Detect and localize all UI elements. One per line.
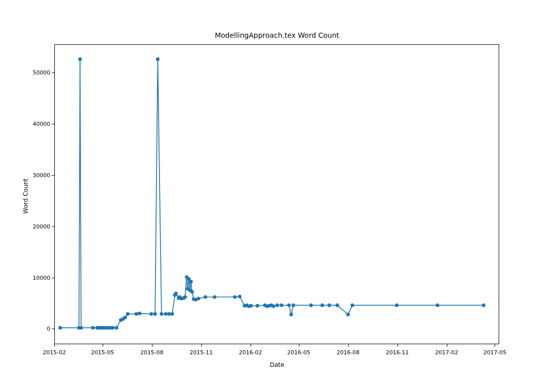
y-tick-label: 0 — [47, 326, 50, 332]
data-point — [134, 312, 138, 316]
data-point — [291, 303, 295, 307]
data-point — [280, 303, 283, 307]
data-point — [395, 303, 399, 307]
data-point — [249, 304, 253, 307]
y-tick-label: 50000 — [33, 69, 50, 76]
y-tick-label: 10000 — [33, 274, 50, 281]
data-point — [256, 304, 259, 307]
y-tick-mark — [52, 226, 54, 227]
x-tick-mark — [447, 344, 447, 347]
data-point — [233, 295, 236, 299]
data-point — [213, 295, 216, 299]
x-tick-mark — [103, 344, 103, 347]
data-point — [336, 303, 339, 307]
x-tick-label: 2016-05 — [287, 349, 310, 356]
x-tick-label: 2015-05 — [91, 349, 114, 356]
data-point — [309, 303, 313, 307]
data-point — [272, 304, 275, 308]
data-point — [190, 290, 194, 293]
data-point — [174, 292, 178, 295]
data-point — [482, 303, 485, 307]
x-tick-mark — [299, 344, 299, 347]
x-tick-label: 2017-02 — [435, 349, 458, 356]
y-tick-mark — [52, 329, 54, 329]
data-point — [351, 303, 354, 307]
data-point — [149, 312, 153, 316]
x-tick-label: 2015-11 — [190, 349, 213, 356]
chart-title: ModellingApproach.tex Word Count — [0, 31, 554, 39]
data-point — [289, 312, 293, 316]
data-point — [189, 280, 193, 283]
x-tick-label: 2017-05 — [483, 349, 506, 356]
x-tick-label: 2015-08 — [140, 349, 164, 356]
y-tick-label: 30000 — [33, 172, 50, 178]
data-point — [204, 295, 207, 299]
y-tick-mark — [52, 124, 54, 124]
plot-area — [54, 44, 499, 344]
data-point — [58, 326, 62, 330]
plot-svg — [55, 45, 500, 345]
x-tick-label: 2015-02 — [43, 349, 66, 356]
data-point — [164, 312, 168, 316]
data-point — [111, 326, 114, 330]
x-tick-label: 2016-02 — [239, 349, 262, 356]
x-tick-mark — [152, 344, 152, 347]
x-tick-mark — [495, 344, 495, 347]
data-line — [60, 59, 484, 328]
x-tick-mark — [398, 344, 398, 347]
data-point — [436, 303, 439, 307]
x-tick-mark — [251, 344, 251, 347]
data-point — [91, 326, 95, 330]
data-point — [123, 316, 127, 319]
data-point — [126, 312, 129, 316]
x-tick-mark — [348, 344, 349, 347]
data-point — [275, 303, 279, 307]
data-point — [138, 311, 141, 315]
y-tick-mark — [52, 175, 54, 176]
data-point — [115, 326, 118, 330]
data-point — [197, 297, 200, 300]
x-tick-mark — [54, 344, 55, 347]
x-tick-label: 2016-08 — [337, 349, 360, 356]
data-point — [238, 295, 242, 298]
y-tick-label: 20000 — [33, 223, 50, 229]
data-point — [171, 312, 174, 316]
y-tick-label: 40000 — [33, 120, 50, 127]
x-tick-mark — [201, 344, 202, 347]
y-tick-mark — [52, 72, 54, 73]
x-axis-label: Date — [0, 361, 554, 368]
data-point — [153, 312, 157, 316]
data-point — [287, 303, 291, 307]
data-point — [167, 312, 171, 316]
data-point — [160, 312, 163, 316]
x-tick-label: 2016-11 — [386, 349, 409, 356]
data-point — [328, 303, 331, 307]
data-point — [346, 312, 350, 316]
data-point — [321, 303, 324, 307]
y-tick-mark — [52, 278, 54, 278]
data-point — [78, 57, 82, 61]
data-point — [80, 326, 83, 330]
figure: ModellingApproach.tex Word Count Word Co… — [0, 0, 554, 392]
data-point — [183, 295, 187, 299]
y-axis-label: Word Count — [22, 0, 29, 392]
data-point — [156, 57, 160, 61]
